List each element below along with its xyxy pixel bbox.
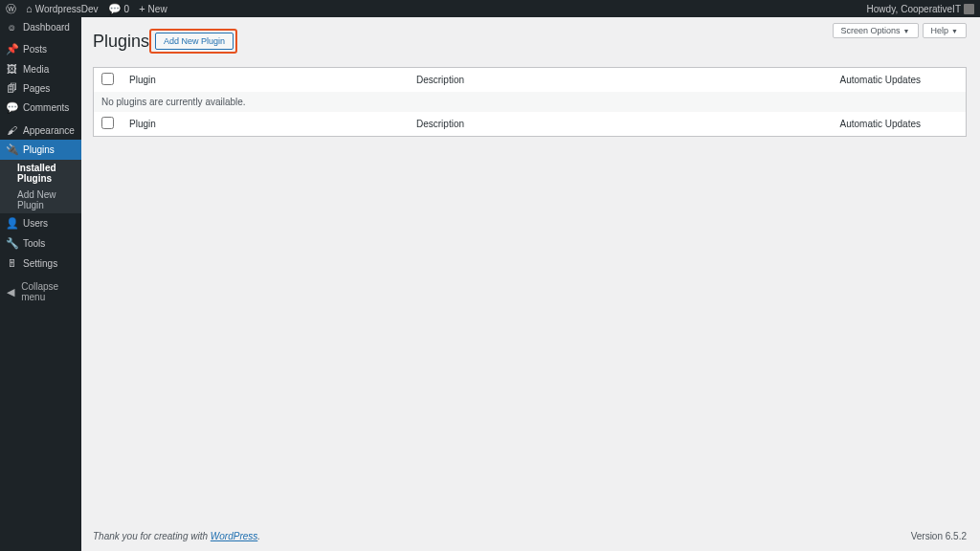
home-icon: ⌂ [26, 3, 33, 14]
sidebar-item-label: Posts [23, 44, 47, 55]
sidebar-subitem-add-new-plugin[interactable]: Add New Plugin [0, 187, 81, 213]
admin-footer: Thank you for creating with WordPress. V… [93, 531, 967, 541]
admin-toolbar-left: ⓦ ⌂WordpressDev 💬0 +New [6, 2, 167, 16]
admin-toolbar-right: Howdy, CooperativeIT [867, 4, 974, 14]
sidebar-subitem-installed-plugins[interactable]: Installed Plugins [0, 160, 81, 187]
column-footer-plugin[interactable]: Plugin [122, 112, 409, 137]
sliders-icon: 🎚 [6, 257, 17, 269]
site-name: WordpressDev [35, 4, 99, 14]
no-items-row: No plugins are currently available. [94, 92, 967, 112]
sidebar-item-settings[interactable]: 🎚Settings [0, 253, 81, 273]
collapse-menu-button[interactable]: ◀Collapse menu [0, 277, 81, 306]
column-header-description: Description [409, 68, 833, 93]
chevron-down-icon: ▼ [903, 28, 910, 34]
dashboard-icon: ⌾ [6, 21, 17, 33]
comments-link[interactable]: 💬0 [108, 3, 130, 15]
column-footer-description: Description [409, 112, 833, 137]
user-icon: 👤 [6, 217, 17, 230]
comment-icon: 💬 [6, 101, 17, 114]
add-new-plugin-button[interactable]: Add New Plugin [155, 33, 234, 50]
wordpress-link[interactable]: WordPress [211, 531, 257, 541]
wp-logo[interactable]: ⓦ [6, 2, 16, 16]
help-label: Help [931, 26, 949, 35]
sidebar-item-pages[interactable]: 🗐Pages [0, 78, 81, 98]
sidebar-item-plugins[interactable]: 🔌Plugins [0, 140, 81, 160]
sidebar-item-label: Media [23, 64, 49, 75]
sidebar-item-label: Dashboard [23, 22, 70, 33]
comment-icon: 💬 [108, 3, 122, 15]
collapse-label: Collapse menu [21, 281, 76, 302]
sidebar-item-comments[interactable]: 💬Comments [0, 98, 81, 118]
sidebar-item-dashboard[interactable]: ⌾Dashboard [0, 17, 81, 36]
sidebar-item-label: Users [23, 218, 48, 229]
sidebar-item-media[interactable]: 🖾Media [0, 59, 81, 78]
main-content: Screen Options▼ Help▼ Plugins Add New Pl… [81, 17, 980, 551]
footer-version: Version 6.5.2 [911, 531, 967, 541]
brush-icon: 🖌 [6, 124, 17, 136]
select-all-header [94, 68, 122, 93]
plug-icon: 🔌 [6, 143, 17, 156]
plus-icon: + [139, 3, 145, 14]
footer-thankyou: Thank you for creating with WordPress. [93, 531, 260, 541]
wordpress-icon: ⓦ [6, 2, 16, 16]
site-link[interactable]: ⌂WordpressDev [26, 3, 99, 14]
sidebar-item-appearance[interactable]: 🖌Appearance [0, 121, 81, 140]
chevron-down-icon: ▼ [951, 28, 958, 34]
highlight-annotation: Add New Plugin [149, 29, 237, 54]
sidebar-item-label: Pages [23, 83, 50, 94]
sidebar-item-label: Appearance [23, 125, 75, 136]
column-footer-auto-updates[interactable]: Automatic Updates [833, 112, 967, 137]
select-all-checkbox-top[interactable] [101, 73, 114, 85]
plugins-table: Plugin Description Automatic Updates No … [93, 67, 967, 137]
column-header-plugin[interactable]: Plugin [122, 68, 409, 93]
no-items-message: No plugins are currently available. [94, 92, 967, 112]
help-button[interactable]: Help▼ [923, 23, 967, 38]
wrench-icon: 🔧 [6, 237, 17, 250]
account-link[interactable]: Howdy, CooperativeIT [867, 4, 974, 14]
new-label: New [148, 4, 167, 14]
screen-options-button[interactable]: Screen Options▼ [833, 23, 919, 38]
avatar [964, 4, 974, 14]
admin-toolbar: ⓦ ⌂WordpressDev 💬0 +New Howdy, Cooperati… [0, 0, 980, 17]
howdy-prefix: Howdy, [867, 4, 899, 14]
sidebar-item-posts[interactable]: 📌Posts [0, 39, 81, 59]
sidebar-item-label: Settings [23, 258, 57, 269]
select-all-checkbox-bottom[interactable] [101, 117, 114, 129]
sidebar-item-label: Comments [23, 102, 69, 113]
sidebar-item-tools[interactable]: 🔧Tools [0, 233, 81, 253]
table-footer-row: Plugin Description Automatic Updates [94, 112, 967, 137]
screen-options-label: Screen Options [841, 26, 901, 35]
admin-sidebar: ⌾Dashboard 📌Posts 🖾Media 🗐Pages 💬Comment… [0, 17, 81, 551]
sidebar-subitem-label: Installed Plugins [17, 163, 56, 184]
media-icon: 🖾 [6, 63, 17, 75]
sidebar-item-label: Tools [23, 238, 45, 249]
new-content-link[interactable]: +New [139, 3, 167, 14]
sidebar-item-label: Plugins [23, 144, 55, 155]
collapse-icon: ◀ [6, 286, 15, 298]
screen-meta-links: Screen Options▼ Help▼ [833, 23, 967, 38]
page-title: Plugins [93, 32, 149, 52]
comments-count: 0 [124, 4, 130, 14]
select-all-footer [94, 112, 122, 137]
page-icon: 🗐 [6, 82, 17, 94]
column-header-auto-updates[interactable]: Automatic Updates [833, 68, 967, 93]
footer-text: Thank you for creating with [93, 531, 211, 541]
user-display-name: CooperativeIT [901, 4, 961, 14]
sidebar-submenu-plugins: Installed Plugins Add New Plugin [0, 160, 81, 213]
table-header-row: Plugin Description Automatic Updates [94, 68, 967, 93]
pin-icon: 📌 [6, 43, 17, 55]
sidebar-item-users[interactable]: 👤Users [0, 213, 81, 233]
sidebar-subitem-label: Add New Plugin [17, 189, 56, 210]
